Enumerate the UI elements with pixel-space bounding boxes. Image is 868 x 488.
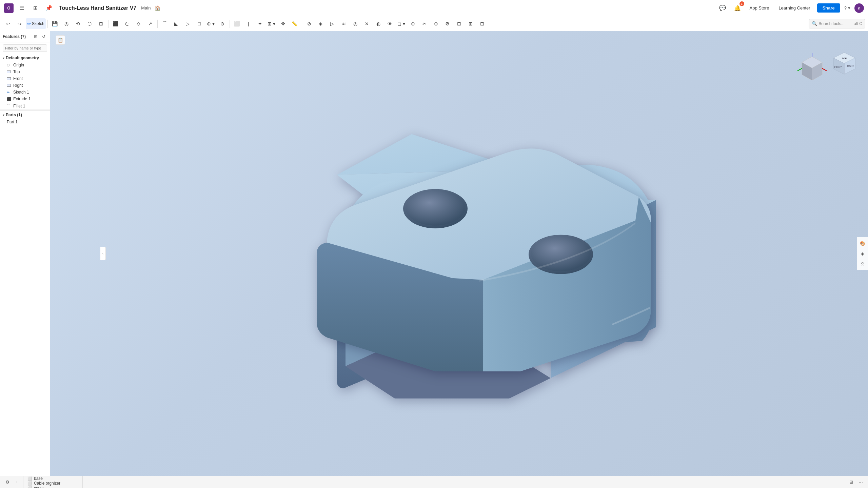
default-geometry-header[interactable]: ▾ Default geometry	[0, 54, 50, 62]
triad-button[interactable]: ⊕	[431, 18, 441, 29]
fillet-button[interactable]: ⌒	[159, 18, 170, 29]
bottom-settings[interactable]: ⚙	[3, 478, 12, 486]
filter-input[interactable]	[3, 44, 47, 52]
search-tools[interactable]: 🔍 alt C	[809, 19, 865, 28]
share-button[interactable]: Share	[817, 3, 840, 13]
isolate-button[interactable]: ◐	[373, 18, 384, 29]
measure-button[interactable]: 📏	[289, 18, 300, 29]
notification-icon[interactable]: 🔔 1	[732, 3, 743, 14]
filter-box[interactable]	[0, 42, 50, 54]
hamburger-menu[interactable]: ☰	[16, 3, 27, 14]
top-label: Top	[13, 69, 20, 74]
fillet1-label: Fillet 1	[13, 104, 25, 108]
mate-button[interactable]: ✦	[255, 18, 265, 29]
view-cube[interactable]: TOP RIGHT FRONT	[831, 50, 861, 80]
3d-part-clean	[310, 134, 656, 371]
branch-label: Main	[141, 5, 151, 11]
app-store-link[interactable]: App Store	[747, 4, 772, 12]
bottom-more[interactable]: ⋯	[856, 478, 865, 486]
bottom-add-tab[interactable]: +	[13, 478, 21, 486]
tab-label-base: base	[34, 476, 43, 481]
left-panel-collapse[interactable]: ‹	[100, 247, 106, 260]
axis-button[interactable]: |	[243, 18, 254, 29]
part-item-1[interactable]: Part 1	[0, 119, 50, 125]
logo-icon: O	[4, 3, 14, 13]
appearance-icon[interactable]: 🎨	[858, 239, 867, 248]
tab-label-cable-organizer: Cable orgnizer	[34, 481, 60, 486]
loft-button[interactable]: ◇	[133, 18, 144, 29]
config-button[interactable]: ⚙	[442, 18, 453, 29]
undo-button[interactable]: ↩	[3, 18, 14, 29]
redo-button[interactable]: ↪	[14, 18, 25, 29]
draft-button[interactable]: ▷	[182, 18, 193, 29]
pattern-button[interactable]: ⊞ ▾	[266, 18, 277, 29]
tab-icon-cover: ⬜	[27, 486, 32, 488]
tree-item-extrude1[interactable]: ⬛ Extrude 1	[0, 96, 50, 102]
logo[interactable]: O	[4, 3, 14, 13]
bottom-expand[interactable]: ⊞	[847, 478, 855, 486]
tree-item-origin[interactable]: Origin	[0, 62, 50, 68]
learning-center-link[interactable]: Learning Center	[776, 4, 813, 12]
tree-item-fillet1[interactable]: ⌒ Fillet 1	[0, 102, 50, 109]
select-button[interactable]: ◎	[350, 18, 361, 29]
move-button[interactable]: ✥	[278, 18, 289, 29]
tree-item-top[interactable]: Top	[0, 68, 50, 75]
simulation-button[interactable]: ▷	[327, 18, 338, 29]
chat-icon[interactable]: 💬	[717, 3, 728, 14]
render-button[interactable]: ◈	[315, 18, 326, 29]
revolve-button[interactable]: ⭮	[122, 18, 133, 29]
save-button[interactable]: 💾	[50, 18, 60, 29]
nav-right: 💬 🔔 1 App Store Learning Center Share ? …	[717, 3, 864, 14]
grid-menu[interactable]: ⊞	[30, 3, 41, 14]
hide-button[interactable]: 👁	[384, 18, 395, 29]
shell-tool-button[interactable]: □	[194, 18, 205, 29]
view-button[interactable]: ◎	[61, 18, 72, 29]
sketch-icon: ✏	[27, 21, 31, 26]
origin-label: Origin	[13, 63, 24, 67]
hole-button[interactable]: ⊙	[217, 18, 228, 29]
zoom-button[interactable]: ⊕	[408, 18, 418, 29]
tab-base[interactable]: ⬜base	[23, 476, 83, 481]
search-tools-input[interactable]	[818, 21, 852, 26]
tree-item-sketch1[interactable]: ✏ Sketch 1	[0, 89, 50, 96]
extrude-button[interactable]: ⬛	[110, 18, 121, 29]
delete-button[interactable]: ✕	[361, 18, 372, 29]
material-icon[interactable]: ◈	[858, 249, 867, 258]
plane-button[interactable]: ⬜	[232, 18, 242, 29]
shell-button[interactable]: ⬡	[84, 18, 95, 29]
wrap-button[interactable]: ⊞	[465, 18, 476, 29]
chamfer-button[interactable]: ◣	[171, 18, 182, 29]
pin-icon[interactable]: 📌	[43, 3, 54, 14]
section-button[interactable]: ⊘	[304, 18, 315, 29]
fit-button[interactable]: ⊡	[477, 18, 488, 29]
physics-icon[interactable]: ⚖	[858, 259, 867, 268]
sketch-button[interactable]: ✏ Sketch	[26, 18, 46, 29]
extrude1-icon: ⬛	[7, 97, 12, 101]
display-button[interactable]: ◻ ▾	[396, 18, 407, 29]
svg-line-20	[797, 68, 802, 71]
viewport[interactable]: Z X TOP RIGHT FRONT	[50, 31, 868, 476]
tree-item-right[interactable]: Right	[0, 82, 50, 89]
features-show-all[interactable]: ⊞	[32, 33, 39, 40]
top-plane-icon	[7, 70, 12, 74]
help-button[interactable]: ? ▾	[844, 5, 850, 11]
transform-button[interactable]: ⟲	[73, 18, 83, 29]
tree-item-front[interactable]: Front	[0, 75, 50, 82]
user-avatar[interactable]: n	[854, 3, 864, 13]
split-button[interactable]: ⊟	[454, 18, 465, 29]
notes-button[interactable]: 📋	[56, 35, 65, 45]
parts-header[interactable]: ▾ Parts (1)	[0, 111, 50, 119]
snap-button[interactable]: ✂	[419, 18, 430, 29]
tab-icon-cable-organizer: ⬜	[27, 481, 32, 486]
sketch1-label: Sketch 1	[13, 90, 29, 95]
features-refresh[interactable]: ↺	[40, 33, 47, 40]
document-title: Touch-Less Hand Sanitizer V7	[59, 5, 136, 11]
mirror-button[interactable]: ⊞	[96, 18, 106, 29]
tab-cable-organizer[interactable]: ⬜Cable orgnizer	[23, 481, 83, 486]
bottom-tab-bar: ⚙ + ⬜base⬜Cable orgnizer⬜cover⬜cover Cop…	[0, 476, 868, 488]
analysis-button[interactable]: ≋	[338, 18, 349, 29]
home-pin[interactable]: 🏠	[155, 5, 160, 11]
sweep-button[interactable]: ↗	[145, 18, 156, 29]
tab-cover[interactable]: ⬜cover	[23, 486, 83, 488]
boolean-button[interactable]: ⊕ ▾	[205, 18, 216, 29]
